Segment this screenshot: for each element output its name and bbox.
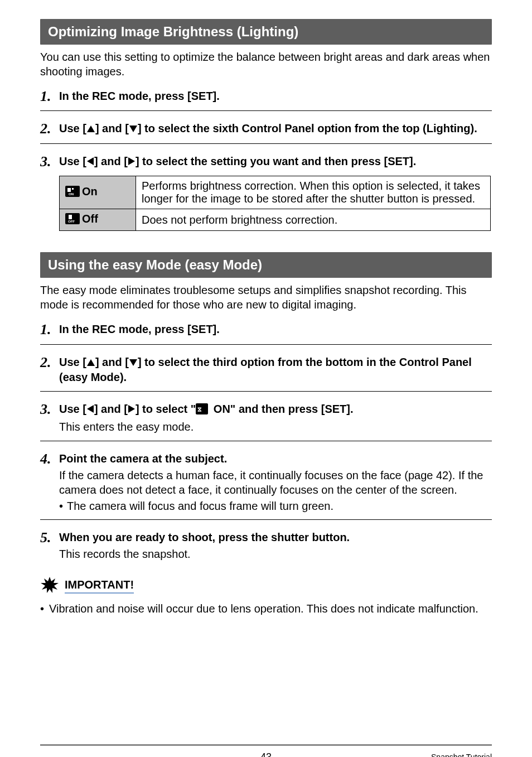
svg-marker-14 bbox=[128, 405, 135, 413]
section2-intro: The easy mode eliminates troublesome set… bbox=[40, 283, 492, 312]
step4-bullet: • The camera will focus and focus frame … bbox=[59, 500, 492, 513]
text-fragment: ] and [ bbox=[95, 356, 129, 368]
text-fragment: Use [ bbox=[59, 403, 86, 415]
table-row: ON On Performs brightness correction. Wh… bbox=[60, 176, 491, 209]
section-title-lighting: Optimizing Image Brightness (Lighting) bbox=[40, 19, 492, 45]
lighting-off-icon: OFF bbox=[65, 213, 80, 227]
section2-step4: 4. Point the camera at the subject. If t… bbox=[40, 451, 492, 512]
triangle-down-icon bbox=[129, 122, 138, 136]
svg-marker-17 bbox=[41, 577, 59, 593]
divider bbox=[40, 143, 492, 144]
step-number: 3. bbox=[40, 154, 59, 169]
option-off-label: OFF Off bbox=[60, 209, 136, 231]
step-number: 1. bbox=[40, 89, 59, 104]
lighting-options-table: ON On Performs brightness correction. Wh… bbox=[59, 176, 491, 231]
bullet-dot: • bbox=[40, 602, 49, 616]
divider bbox=[40, 519, 492, 520]
svg-rect-5 bbox=[67, 188, 71, 192]
important-bullet: • Vibration and noise will occur due to … bbox=[40, 602, 492, 616]
section2-step1: 1. In the REC mode, press [SET]. bbox=[40, 322, 492, 337]
easy-mode-icon: ⧖ bbox=[196, 403, 208, 418]
divider bbox=[40, 391, 492, 392]
step2-text: Use [] and [] to select the third option… bbox=[59, 355, 492, 384]
text-fragment: Use [ bbox=[59, 122, 86, 134]
step3-subtext: This enters the easy mode. bbox=[59, 420, 492, 435]
step4-bullet-text: The camera will focus and focus frame wi… bbox=[67, 500, 333, 513]
important-label: IMPORTANT! bbox=[65, 578, 134, 594]
triangle-down-icon bbox=[129, 355, 138, 370]
option-off-desc: Does not perform brightness correction. bbox=[136, 209, 491, 231]
footer-section-name: Snapshot Tutorial bbox=[431, 753, 492, 757]
step1-text: In the REC mode, press [SET]. bbox=[59, 89, 492, 103]
step4-body: If the camera detects a human face, it c… bbox=[59, 469, 492, 497]
svg-marker-13 bbox=[87, 405, 94, 413]
triangle-up-icon bbox=[86, 355, 95, 370]
table-row: OFF Off Does not perform brightness corr… bbox=[60, 209, 491, 231]
text-fragment: ] and [ bbox=[94, 403, 128, 415]
step2-text: Use [] and [] to select the sixth Contro… bbox=[59, 121, 492, 136]
section2-step2: 2. Use [] and [] to select the third opt… bbox=[40, 355, 492, 384]
step4-title: Point the camera at the subject. bbox=[59, 451, 492, 466]
text-fragment: ON" and then press [SET]. bbox=[210, 403, 353, 415]
step3-text: Use [] and [] to select the setting you … bbox=[59, 154, 492, 169]
triangle-left-icon bbox=[86, 155, 94, 169]
triangle-up-icon bbox=[86, 122, 95, 136]
step5-title: When you are ready to shoot, press the s… bbox=[59, 530, 492, 544]
text-fragment: ] to select " bbox=[136, 403, 196, 415]
step-number: 2. bbox=[40, 355, 59, 370]
svg-marker-0 bbox=[87, 126, 95, 132]
divider bbox=[40, 441, 492, 441]
triangle-right-icon bbox=[128, 402, 136, 417]
svg-marker-1 bbox=[129, 126, 137, 132]
step-number: 3. bbox=[40, 402, 59, 417]
step1-text: In the REC mode, press [SET]. bbox=[59, 322, 492, 336]
page-content: Optimizing Image Brightness (Lighting) Y… bbox=[0, 0, 532, 757]
svg-marker-12 bbox=[129, 359, 137, 366]
svg-text:ON: ON bbox=[69, 192, 74, 196]
section1-step2: 2. Use [] and [] to select the sixth Con… bbox=[40, 121, 492, 136]
divider bbox=[40, 110, 492, 111]
step-number: 5. bbox=[40, 530, 59, 545]
step-number: 1. bbox=[40, 322, 59, 337]
svg-text:OFF: OFF bbox=[68, 220, 75, 223]
burst-icon bbox=[40, 576, 59, 596]
option-on-label: ON On bbox=[60, 176, 136, 209]
text-fragment: Use [ bbox=[59, 356, 86, 368]
triangle-left-icon bbox=[86, 402, 94, 417]
lighting-on-icon: ON bbox=[65, 186, 80, 200]
text-fragment: ] and [ bbox=[95, 122, 129, 134]
step-number: 4. bbox=[40, 451, 59, 466]
text-fragment: ] to select the setting you want and the… bbox=[136, 155, 416, 167]
step5-subtext: This records the snapshot. bbox=[59, 547, 492, 562]
svg-rect-9 bbox=[69, 215, 72, 219]
section2-step5: 5. When you are ready to shoot, press th… bbox=[40, 530, 492, 562]
section1-step1: 1. In the REC mode, press [SET]. bbox=[40, 89, 492, 104]
text-fragment: ] and [ bbox=[94, 155, 128, 167]
important-heading: IMPORTANT! bbox=[40, 576, 492, 596]
section-title-easy-mode: Using the easy Mode (easy Mode) bbox=[40, 252, 492, 278]
section1-intro: You can use this setting to optimize the… bbox=[40, 50, 492, 79]
triangle-right-icon bbox=[128, 155, 136, 169]
step-number: 2. bbox=[40, 121, 59, 136]
svg-marker-2 bbox=[87, 157, 94, 165]
step3-text: Use [] and [] to select "⧖ ON" and then … bbox=[59, 402, 492, 418]
text-fragment: ] to select the sixth Control Panel opti… bbox=[138, 122, 477, 134]
text-fragment: Use [ bbox=[59, 155, 86, 167]
divider bbox=[40, 344, 492, 345]
section1-step3: 3. Use [] and [] to select the setting y… bbox=[40, 154, 492, 169]
svg-text:⧖: ⧖ bbox=[197, 406, 202, 412]
svg-rect-6 bbox=[72, 188, 74, 190]
off-text: Off bbox=[82, 213, 98, 225]
important-bullet-text: Vibration and noise will occur due to le… bbox=[49, 602, 478, 616]
page-footer: 43 Snapshot Tutorial bbox=[40, 744, 492, 757]
option-on-desc: Performs brightness correction. When thi… bbox=[136, 176, 491, 209]
section2-step3: 3. Use [] and [] to select "⧖ ON" and th… bbox=[40, 402, 492, 435]
page-number: 43 bbox=[260, 751, 272, 757]
on-text: On bbox=[82, 185, 98, 197]
svg-marker-3 bbox=[128, 157, 135, 165]
svg-marker-11 bbox=[87, 359, 95, 366]
